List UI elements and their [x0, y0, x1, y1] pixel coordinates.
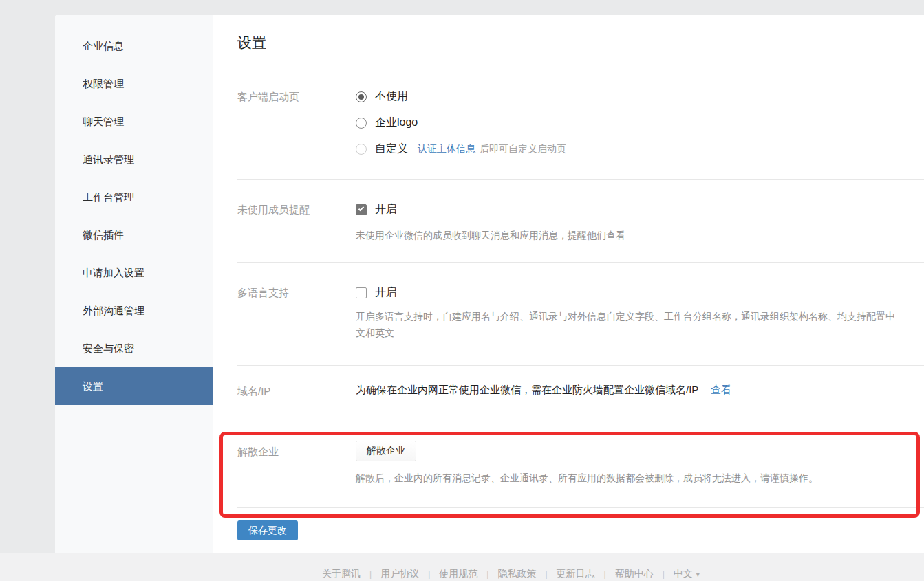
footer-link[interactable]: 用户协议	[380, 568, 419, 580]
sidebar-nav: 企业信息 权限管理 聊天管理 通讯录管理 工作台管理 微信插件 申请加入设置 外…	[55, 15, 213, 553]
sidebar-item-label: 通讯录管理	[83, 153, 134, 165]
chevron-down-icon: ▾	[696, 571, 700, 578]
content-card: 企业信息 权限管理 聊天管理 通讯录管理 工作台管理 微信插件 申请加入设置 外…	[55, 15, 924, 553]
checkbox-label: 开启	[375, 285, 397, 300]
sidebar-item[interactable]: 聊天管理	[55, 102, 213, 140]
checkbox-label: 开启	[375, 202, 397, 217]
footer-language-selector[interactable]: 中文▾	[674, 568, 700, 580]
footer-link[interactable]: 更新日志	[557, 568, 595, 580]
footer: 关于腾讯|用户协议|使用规范|隐私政策|更新日志|帮助中心|中文▾	[0, 553, 924, 581]
footer-separator: |	[545, 569, 547, 579]
page: 企业信息 权限管理 聊天管理 通讯录管理 工作台管理 微信插件 申请加入设置 外…	[0, 0, 924, 581]
dissolve-company-button[interactable]: 解散企业	[356, 441, 416, 461]
footer-separator: |	[428, 569, 430, 579]
verify-subject-info-link[interactable]: 认证主体信息	[418, 143, 475, 155]
radio-option-company-logo[interactable]: 企业logo	[356, 116, 418, 130]
sidebar-item-label: 微信插件	[83, 229, 124, 241]
sidebar-item-label: 外部沟通管理	[83, 305, 144, 316]
checkbox-unchecked-icon[interactable]	[356, 287, 367, 298]
sidebar-item[interactable]: 权限管理	[55, 65, 213, 102]
divider	[237, 179, 924, 180]
main-panel: 设置 客户端启动页 不使用 企业logo 自定义 认证主体信息 后即可自定义启动…	[213, 15, 924, 553]
radio-option-no-use[interactable]: 不使用	[356, 89, 408, 104]
multilang-toggle[interactable]: 开启	[356, 285, 397, 300]
multilang-label: 多语言支持	[237, 287, 289, 300]
sidebar-item-label: 申请加入设置	[83, 267, 144, 278]
checkbox-checked-icon[interactable]	[356, 204, 367, 215]
footer-link[interactable]: 隐私政策	[497, 568, 536, 580]
radio-selected-icon[interactable]	[356, 91, 367, 102]
footer-link[interactable]: 使用规范	[439, 568, 477, 580]
page-title: 设置	[237, 33, 266, 52]
client-launch-label: 客户端启动页	[237, 91, 299, 104]
footer-link[interactable]: 关于腾讯	[322, 568, 361, 580]
sidebar-item[interactable]: 微信插件	[55, 216, 213, 254]
unused-reminder-label: 未使用成员提醒	[237, 204, 310, 217]
sidebar-item[interactable]: 外部沟通管理	[55, 292, 213, 329]
sidebar-item-label: 权限管理	[83, 78, 124, 89]
domain-ip-row: 为确保在企业内网正常使用企业微信，需在企业防火墙配置企业微信域名/IP 查看	[356, 384, 731, 397]
check-icon	[358, 205, 364, 210]
sidebar-item[interactable]: 通讯录管理	[55, 140, 213, 178]
domain-ip-label: 域名/IP	[237, 385, 270, 398]
sidebar-item[interactable]: 工作台管理	[55, 178, 213, 216]
divider	[237, 507, 924, 508]
multilang-description: 开启多语言支持时，自建应用名与介绍、通讯录与对外信息自定义字段、工作台分组名称，…	[356, 308, 903, 341]
radio-label: 自定义	[375, 142, 408, 156]
sidebar-item[interactable]: 设置	[55, 367, 213, 405]
radio-label: 不使用	[375, 89, 408, 104]
footer-separator: |	[486, 569, 488, 579]
save-changes-button[interactable]: 保存更改	[237, 520, 298, 540]
footer-separator: |	[369, 569, 372, 579]
view-link[interactable]: 查看	[711, 384, 731, 395]
footer-separator: |	[604, 569, 606, 579]
radio-option-custom[interactable]: 自定义 认证主体信息 后即可自定义启动页	[356, 142, 566, 156]
dissolve-description: 解散后，企业内的所有消息记录、企业通讯录、所有应用的数据都会被删除，成员将无法进…	[356, 470, 818, 486]
footer-link[interactable]: 帮助中心	[615, 568, 654, 580]
unused-reminder-description: 未使用企业微信的成员收到聊天消息和应用消息，提醒他们查看	[356, 227, 625, 243]
domain-ip-text: 为确保在企业内网正常使用企业微信，需在企业防火墙配置企业微信域名/IP	[356, 384, 698, 395]
sidebar-item-label: 企业信息	[83, 40, 124, 52]
custom-launch-suffix: 后即可自定义启动页	[480, 143, 566, 155]
sidebar-item-label: 安全与保密	[83, 342, 134, 354]
sidebar-item-label: 设置	[83, 380, 103, 392]
radio-disabled-icon[interactable]	[356, 144, 367, 155]
radio-icon[interactable]	[356, 118, 367, 129]
dissolve-label: 解散企业	[237, 446, 279, 459]
divider	[237, 67, 924, 67]
unused-reminder-toggle[interactable]: 开启	[356, 202, 397, 217]
sidebar-item[interactable]: 申请加入设置	[55, 254, 213, 292]
sidebar-item-label: 聊天管理	[83, 116, 124, 127]
sidebar-item[interactable]: 安全与保密	[55, 329, 213, 367]
divider	[237, 365, 924, 366]
footer-links: 关于腾讯|用户协议|使用规范|隐私政策|更新日志|帮助中心|中文▾	[322, 568, 700, 580]
divider	[237, 262, 924, 263]
footer-separator: |	[663, 569, 665, 579]
sidebar-item[interactable]: 企业信息	[55, 27, 213, 65]
sidebar-item-label: 工作台管理	[83, 191, 134, 203]
radio-label: 企业logo	[375, 116, 418, 130]
